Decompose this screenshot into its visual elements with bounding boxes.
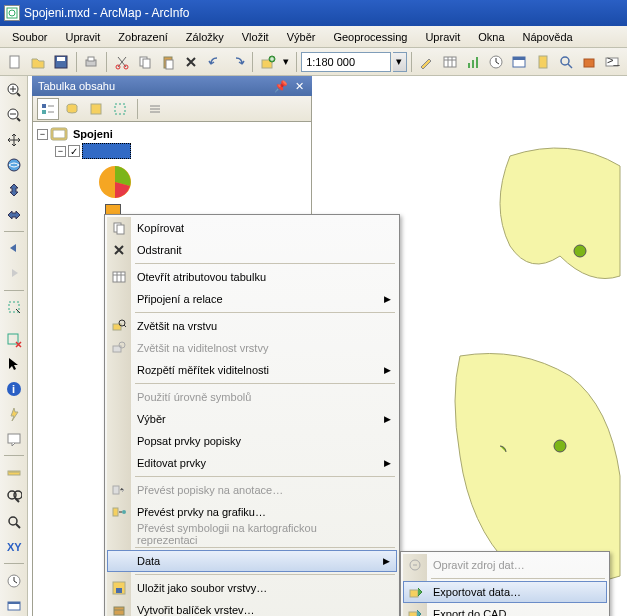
toc-list-drawing-button[interactable]: [37, 98, 59, 120]
convert-icon: [111, 482, 127, 498]
html-popup-button[interactable]: [3, 428, 25, 449]
hyperlink-button[interactable]: [3, 404, 25, 425]
menu-zobrazeni[interactable]: Zobrazení: [110, 29, 176, 45]
measure-button[interactable]: [3, 462, 25, 483]
menu-upravit2[interactable]: Upravit: [417, 29, 468, 45]
viewer-button[interactable]: [3, 595, 25, 616]
cut-button[interactable]: [111, 51, 132, 73]
menu-item-export-do-cad[interactable]: Export do CAD…: [403, 603, 607, 616]
add-data-dropdown[interactable]: ▾: [281, 55, 293, 68]
toc-pin-icon[interactable]: 📌: [274, 79, 288, 93]
delete-button[interactable]: [181, 51, 202, 73]
menu-item-pou-it-rovn-symbol: Použití úrovně symbolů: [107, 386, 397, 408]
menu-item-zv-t-it-na-vrstvu[interactable]: Zvětšit na vrstvu: [107, 315, 397, 337]
undo-button[interactable]: [204, 51, 225, 73]
open-button[interactable]: [27, 51, 48, 73]
menu-item-data[interactable]: Data▶: [107, 550, 397, 572]
svg-rect-17: [472, 60, 474, 68]
menu-okna[interactable]: Okna: [470, 29, 512, 45]
svg-rect-65: [114, 607, 124, 615]
menu-item-otev-t-atributovou-tabulku[interactable]: Otevřít atributovou tabulku: [107, 266, 397, 288]
clear-selection-button[interactable]: [3, 329, 25, 350]
toc-options-button[interactable]: [144, 98, 166, 120]
menu-item-kop-rovat[interactable]: Kopírovat: [107, 217, 397, 239]
svg-rect-34: [8, 434, 20, 443]
catalog-button[interactable]: [532, 51, 553, 73]
menu-vyber[interactable]: Výběr: [279, 29, 324, 45]
submenu-arrow-icon: ▶: [383, 556, 390, 566]
graph-button[interactable]: [462, 51, 483, 73]
next-extent-button[interactable]: [3, 263, 25, 284]
menu-napoveda[interactable]: Nápověda: [515, 29, 581, 45]
svg-rect-55: [113, 272, 125, 282]
svg-rect-49: [53, 130, 65, 138]
menu-item-ulo-it-jako-soubor-vrstvy[interactable]: Uložit jako soubor vrstvy…: [107, 577, 397, 599]
search-button[interactable]: [555, 51, 576, 73]
zoom-in-fixed-button[interactable]: [3, 179, 25, 200]
scale-input[interactable]: [301, 52, 391, 72]
save-layer-icon: [111, 580, 127, 596]
pan-button[interactable]: [3, 130, 25, 151]
find-route-button[interactable]: [3, 512, 25, 533]
new-doc-button[interactable]: [4, 51, 25, 73]
copy-icon: [111, 220, 127, 236]
menu-geoprocessing[interactable]: Geoprocessing: [325, 29, 415, 45]
paste-button[interactable]: [157, 51, 178, 73]
redo-button[interactable]: [227, 51, 248, 73]
table-button[interactable]: [439, 51, 460, 73]
toc-list-selection-button[interactable]: [109, 98, 131, 120]
package-icon: [111, 602, 127, 616]
copy-button[interactable]: [134, 51, 155, 73]
scale-dropdown[interactable]: ▾: [393, 52, 407, 72]
menu-item-v-b-r[interactable]: Výběr▶: [107, 408, 397, 430]
toc-header: Tabulka obsahu 📌 ✕: [32, 76, 312, 96]
menu-item-exportovat-data[interactable]: Exportovat data…: [403, 581, 607, 603]
menu-item-p-ev-st-prvky-na-grafiku[interactable]: Převést prvky na grafiku…: [107, 501, 397, 523]
svg-rect-12: [166, 60, 173, 69]
toc-close-icon[interactable]: ✕: [292, 79, 306, 93]
menu-vlozit[interactable]: Vložit: [234, 29, 277, 45]
layer-label[interactable]: [82, 143, 131, 159]
zoom-vis-icon: [111, 340, 127, 356]
svg-rect-47: [115, 104, 125, 114]
repair-icon: [407, 557, 423, 573]
full-extent-button[interactable]: [3, 154, 25, 175]
zoom-out-button[interactable]: [3, 105, 25, 126]
arc-toolbox-button[interactable]: [578, 51, 599, 73]
go-to-xy-button[interactable]: XY: [3, 537, 25, 558]
select-features-button[interactable]: [3, 297, 25, 318]
menu-item-editovat-prvky[interactable]: Editovat prvky▶: [107, 452, 397, 474]
find-button[interactable]: [3, 487, 25, 508]
menu-item-odstranit[interactable]: Odstranit: [107, 239, 397, 261]
window-button[interactable]: [509, 51, 530, 73]
menu-soubor[interactable]: Soubor: [4, 29, 55, 45]
time-slider-button[interactable]: [3, 570, 25, 591]
layer-checkbox[interactable]: ✓: [68, 145, 80, 157]
save-button[interactable]: [51, 51, 72, 73]
menu-item-rozp-t-m-tek-viditelnosti[interactable]: Rozpětí měřítek viditelnosti▶: [107, 359, 397, 381]
toc-list-visibility-button[interactable]: [85, 98, 107, 120]
tree-root[interactable]: − Spojeni: [37, 126, 307, 142]
collapse-icon[interactable]: −: [55, 146, 66, 157]
print-button[interactable]: [81, 51, 102, 73]
identify-button[interactable]: i: [3, 379, 25, 400]
menu-upravit[interactable]: Upravit: [57, 29, 108, 45]
time-button[interactable]: [485, 51, 506, 73]
python-button[interactable]: >_: [602, 51, 623, 73]
menu-zalozky[interactable]: Záložky: [178, 29, 232, 45]
svg-point-23: [561, 57, 569, 65]
editor-toolbar-button[interactable]: [416, 51, 437, 73]
menu-item-vytvo-it-bal-ek-vrstev[interactable]: Vytvořit balíček vrstev…: [107, 599, 397, 616]
svg-rect-64: [116, 588, 122, 593]
prev-extent-button[interactable]: [3, 238, 25, 259]
zoom-out-fixed-button[interactable]: [3, 204, 25, 225]
zoom-in-button[interactable]: [3, 80, 25, 101]
submenu-arrow-icon: ▶: [384, 458, 391, 468]
select-element-button[interactable]: [3, 354, 25, 375]
collapse-icon[interactable]: −: [37, 129, 48, 140]
toc-list-source-button[interactable]: [61, 98, 83, 120]
menu-item-popsat-prvky-popisky[interactable]: Popsat prvky popisky: [107, 430, 397, 452]
add-data-button[interactable]: [257, 51, 278, 73]
tree-layer[interactable]: − ✓: [37, 142, 307, 160]
menu-item-p-ipojen-a-relace[interactable]: Připojení a relace▶: [107, 288, 397, 310]
